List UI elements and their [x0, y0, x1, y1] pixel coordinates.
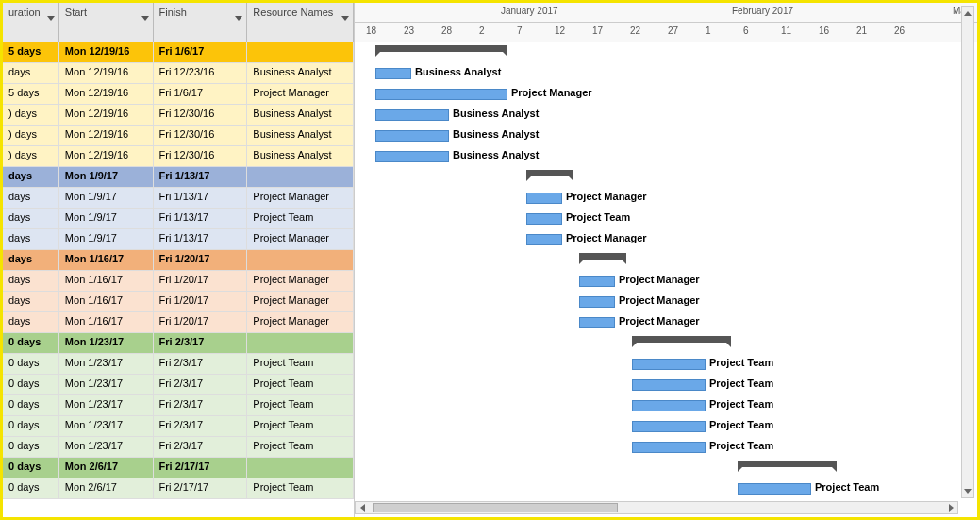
scroll-up-icon[interactable] — [962, 7, 973, 20]
cell-finish[interactable]: Fri 1/13/17 — [154, 209, 248, 228]
cell-finish[interactable]: Fri 2/3/17 — [154, 375, 248, 394]
summary-bar[interactable] — [579, 253, 626, 260]
cell-duration[interactable]: 0 days — [3, 375, 59, 394]
task-bar[interactable] — [632, 379, 706, 391]
table-row[interactable]: 0 daysMon 1/23/17Fri 2/3/17Project Team — [3, 375, 354, 395]
cell-finish[interactable]: Fri 1/13/17 — [154, 229, 248, 249]
column-header-start[interactable]: Start — [59, 3, 154, 42]
cell-res[interactable]: Business Analyst — [247, 105, 354, 125]
cell-res[interactable]: Business Analyst — [247, 146, 354, 166]
cell-start[interactable]: Mon 1/9/17 — [59, 188, 154, 208]
cell-res[interactable]: Project Team — [247, 375, 354, 394]
column-header-finish[interactable]: Finish — [154, 3, 248, 42]
table-row[interactable]: ) daysMon 12/19/16Fri 12/30/16Business A… — [3, 126, 354, 146]
cell-duration[interactable]: days — [3, 312, 59, 332]
cell-duration[interactable]: 0 days — [3, 395, 59, 415]
cell-res[interactable]: Project Team — [247, 395, 354, 415]
table-row[interactable]: daysMon 1/9/17Fri 1/13/17Project Manager — [3, 229, 354, 250]
task-bar[interactable] — [579, 276, 615, 287]
cell-start[interactable]: Mon 12/19/16 — [59, 105, 154, 125]
cell-start[interactable]: Mon 12/19/16 — [59, 63, 154, 83]
scroll-right-icon[interactable] — [944, 502, 957, 513]
cell-res[interactable]: Project Manager — [247, 229, 354, 249]
column-header-duration[interactable]: uration — [3, 3, 59, 42]
task-bar[interactable] — [579, 296, 615, 308]
cell-finish[interactable]: Fri 2/17/17 — [154, 458, 248, 478]
cell-res[interactable]: Project Manager — [247, 312, 354, 332]
cell-res[interactable]: Business Analyst — [247, 126, 354, 145]
task-bar[interactable] — [375, 151, 449, 162]
cell-duration[interactable]: days — [3, 167, 59, 187]
table-row[interactable]: ) daysMon 12/19/16Fri 12/30/16Business A… — [3, 105, 354, 126]
table-row[interactable]: 0 daysMon 1/23/17Fri 2/3/17Project Team — [3, 354, 354, 375]
cell-finish[interactable]: Fri 1/13/17 — [154, 188, 248, 208]
cell-res[interactable]: Project Manager — [247, 271, 354, 291]
cell-finish[interactable]: Fri 1/20/17 — [154, 292, 248, 311]
cell-duration[interactable]: days — [3, 292, 59, 311]
cell-finish[interactable]: Fri 12/30/16 — [154, 126, 248, 145]
cell-res[interactable] — [247, 458, 354, 478]
cell-duration[interactable]: 5 days — [3, 84, 59, 104]
cell-finish[interactable]: Fri 12/30/16 — [154, 105, 248, 125]
cell-res[interactable]: Project Manager — [247, 292, 354, 311]
cell-duration[interactable]: 0 days — [3, 416, 59, 436]
table-row[interactable]: daysMon 12/19/16Fri 12/23/16Business Ana… — [3, 63, 354, 84]
scroll-left-icon[interactable] — [356, 502, 369, 513]
scroll-thumb[interactable] — [373, 503, 618, 512]
task-bar[interactable] — [526, 234, 562, 245]
cell-start[interactable]: Mon 12/19/16 — [59, 42, 154, 62]
cell-start[interactable]: Mon 12/19/16 — [59, 84, 154, 104]
table-row[interactable]: daysMon 1/16/17Fri 1/20/17Project Manage… — [3, 312, 354, 333]
cell-start[interactable]: Mon 1/16/17 — [59, 271, 154, 291]
cell-duration[interactable]: days — [3, 63, 59, 83]
cell-start[interactable]: Mon 2/6/17 — [59, 478, 154, 498]
cell-start[interactable]: Mon 1/16/17 — [59, 292, 154, 311]
cell-duration[interactable]: 0 days — [3, 437, 59, 457]
cell-finish[interactable]: Fri 1/6/17 — [154, 84, 248, 104]
cell-start[interactable]: Mon 1/23/17 — [59, 354, 154, 374]
task-bar[interactable] — [579, 317, 615, 328]
cell-res[interactable]: Project Team — [247, 437, 354, 457]
cell-res[interactable]: Project Team — [247, 354, 354, 374]
cell-start[interactable]: Mon 1/23/17 — [59, 395, 154, 415]
cell-res[interactable]: Project Manager — [247, 188, 354, 208]
cell-duration[interactable]: 0 days — [3, 458, 59, 478]
cell-finish[interactable]: Fri 2/3/17 — [154, 395, 248, 415]
task-bar[interactable] — [375, 89, 507, 100]
column-header-resource[interactable]: Resource Names — [247, 3, 354, 42]
task-bar[interactable] — [632, 421, 706, 432]
cell-start[interactable]: Mon 1/16/17 — [59, 312, 154, 332]
cell-duration[interactable]: 0 days — [3, 354, 59, 374]
table-row[interactable]: 0 daysMon 1/23/17Fri 2/3/17Project Team — [3, 395, 354, 416]
task-bar[interactable] — [526, 193, 562, 204]
cell-duration[interactable]: 0 days — [3, 478, 59, 498]
cell-start[interactable]: Mon 1/23/17 — [59, 416, 154, 436]
cell-res[interactable] — [247, 167, 354, 187]
table-row[interactable]: daysMon 1/9/17Fri 1/13/17Project Manager — [3, 188, 354, 209]
cell-start[interactable]: Mon 12/19/16 — [59, 146, 154, 166]
summary-bar[interactable] — [632, 336, 731, 343]
summary-bar[interactable] — [738, 461, 837, 467]
cell-res[interactable] — [247, 250, 354, 270]
chevron-down-icon[interactable] — [47, 16, 55, 21]
task-bar[interactable] — [526, 213, 562, 225]
horizontal-scrollbar[interactable] — [355, 501, 958, 514]
cell-start[interactable]: Mon 1/9/17 — [59, 167, 154, 187]
cell-duration[interactable]: ) days — [3, 146, 59, 166]
cell-start[interactable]: Mon 12/19/16 — [59, 126, 154, 145]
cell-start[interactable]: Mon 1/23/17 — [59, 437, 154, 457]
task-bar[interactable] — [632, 400, 706, 411]
cell-duration[interactable]: days — [3, 188, 59, 208]
cell-duration[interactable]: days — [3, 250, 59, 270]
cell-res[interactable]: Project Team — [247, 478, 354, 498]
cell-finish[interactable]: Fri 1/20/17 — [154, 312, 248, 332]
table-row[interactable]: 0 daysMon 1/23/17Fri 2/3/17 — [3, 333, 354, 354]
cell-finish[interactable]: Fri 2/3/17 — [154, 416, 248, 436]
cell-res[interactable]: Project Manager — [247, 84, 354, 104]
cell-duration[interactable]: ) days — [3, 105, 59, 125]
cell-res[interactable]: Project Team — [247, 209, 354, 228]
cell-finish[interactable]: Fri 2/3/17 — [154, 333, 248, 353]
cell-finish[interactable]: Fri 2/3/17 — [154, 354, 248, 374]
table-row[interactable]: ) daysMon 12/19/16Fri 12/30/16Business A… — [3, 146, 354, 167]
cell-res[interactable]: Project Team — [247, 416, 354, 436]
